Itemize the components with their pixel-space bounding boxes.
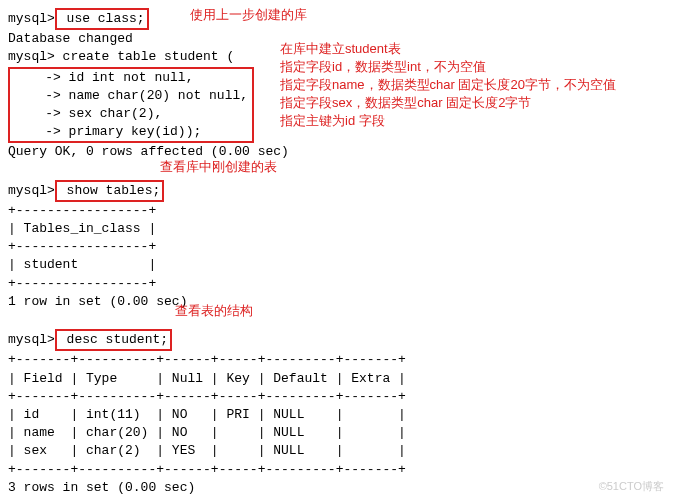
line-query-ok: Query OK, 0 rows affected (0.00 sec): [8, 143, 666, 161]
annotation-show-tables: 查看库中刚创建的表: [160, 158, 277, 176]
desc-header: | Field | Type | Null | Key | Default | …: [8, 370, 666, 388]
tables-border-top: +-----------------+: [8, 202, 666, 220]
tables-row-student: | student |: [8, 256, 666, 274]
line-desc: mysql> desc student;: [8, 329, 666, 351]
desc-row-name: | name | char(20) | NO | | NULL | |: [8, 424, 666, 442]
desc-row-sex: | sex | char(2) | YES | | NULL | |: [8, 442, 666, 460]
line-use: mysql> use class;: [8, 8, 666, 30]
tables-header: | Tables_in_class |: [8, 220, 666, 238]
cont-prompt: ->: [14, 124, 61, 139]
annotation-create-table: 在库中建立student表: [280, 40, 401, 58]
cont-prompt: ->: [14, 88, 61, 103]
line-three-rows: 3 rows in set (0.00 sec): [8, 479, 666, 497]
annotation-field-id: 指定字段id，数据类型int，不为空值: [280, 58, 486, 76]
prompt: mysql>: [8, 332, 55, 347]
desc-border-top: +-------+----------+------+-----+-------…: [8, 351, 666, 369]
create-line-5: primary key(id));: [61, 124, 201, 139]
blank-line: [8, 162, 666, 180]
tables-border-mid: +-----------------+: [8, 238, 666, 256]
desc-border-bot: +-------+----------+------+-----+-------…: [8, 461, 666, 479]
create-line-4: sex char(2),: [61, 106, 162, 121]
create-line-2: id int not null,: [61, 70, 194, 85]
boxed-show-tables: show tables;: [55, 180, 164, 202]
annotation-use: 使用上一步创建的库: [190, 6, 307, 24]
tables-border-bot: +-----------------+: [8, 275, 666, 293]
boxed-desc-student: desc student;: [55, 329, 172, 351]
cont-prompt: ->: [14, 106, 61, 121]
watermark: ©51CTO博客: [599, 479, 664, 494]
desc-row-id: | id | int(11) | NO | PRI | NULL | |: [8, 406, 666, 424]
create-line-1: create table student (: [55, 49, 234, 64]
annotation-desc: 查看表的结构: [175, 302, 253, 320]
create-line-3: name char(20) not null,: [61, 88, 248, 103]
prompt: mysql>: [8, 11, 55, 26]
annotation-primary-key: 指定主键为id 字段: [280, 112, 385, 130]
boxed-use-class: use class;: [55, 8, 149, 30]
line-show: mysql> show tables;: [8, 180, 666, 202]
create-block: mysql> create table student ( -> id int …: [8, 48, 254, 143]
desc-border-mid: +-------+----------+------+-----+-------…: [8, 388, 666, 406]
line-one-row: 1 row in set (0.00 sec): [8, 293, 666, 311]
blank-line: [8, 311, 666, 329]
cont-prompt: ->: [14, 70, 61, 85]
annotation-field-sex: 指定字段sex，数据类型char 固定长度2字节: [280, 94, 531, 112]
boxed-create-body: -> id int not null, -> name char(20) not…: [8, 67, 254, 144]
prompt: mysql>: [8, 49, 55, 64]
annotation-field-name: 指定字段name，数据类型char 固定长度20字节，不为空值: [280, 76, 616, 94]
prompt: mysql>: [8, 183, 55, 198]
